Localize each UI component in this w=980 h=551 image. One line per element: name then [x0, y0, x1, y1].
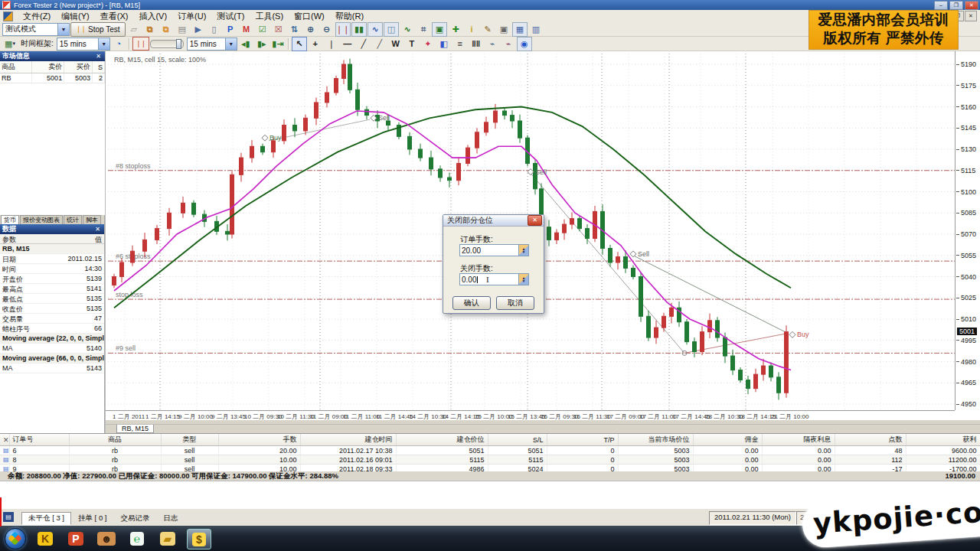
close-icon[interactable]: ✕	[94, 53, 103, 60]
zoom-in-icon[interactable]: ⊕	[303, 22, 318, 37]
menu-item-0[interactable]: 文件(Z)	[18, 10, 56, 23]
bottom-tab-2[interactable]: 交易记录	[113, 512, 156, 525]
last-tool-icon[interactable]: ◉	[517, 37, 532, 51]
menu-item-1[interactable]: 编辑(Y)	[56, 10, 95, 23]
indicator-list-icon[interactable]: ∿	[400, 22, 415, 37]
timezone-icon[interactable]: ◔	[111, 37, 126, 51]
candles-mode-icon[interactable]: ▮▮	[351, 22, 367, 37]
list-icon[interactable]: ≡	[452, 37, 468, 51]
test-mode-select[interactable]: 测试模式 ▼	[2, 23, 70, 36]
orders-col-7[interactable]: S/L	[488, 434, 547, 446]
pencil-icon[interactable]: ✎	[480, 22, 495, 37]
menu-item-2[interactable]: 查看(X)	[95, 10, 134, 23]
app-browser-360[interactable]: ℮	[126, 529, 149, 548]
step-forward-icon[interactable]: ▮▸	[254, 37, 270, 51]
close-lots-spinner[interactable]: ▲▼	[518, 273, 529, 285]
orders-col-13[interactable]: 获利	[906, 434, 980, 446]
levels-icon[interactable]: ⌗	[416, 22, 431, 37]
menu-item-5[interactable]: 测试(T)	[211, 10, 250, 23]
left-tab-3[interactable]: 脚本	[83, 215, 101, 224]
info-icon[interactable]: i	[464, 22, 479, 37]
speed-slider[interactable]	[150, 40, 184, 48]
cursor-icon[interactable]: ↖	[292, 37, 307, 51]
orders-col-8[interactable]: T/P	[547, 434, 618, 446]
table-icon[interactable]: ▥	[528, 22, 544, 37]
menu-item-8[interactable]: 帮助(R)	[330, 10, 369, 23]
new-doc-icon[interactable]: ▯	[207, 22, 222, 37]
maximize-button[interactable]: ❐	[949, 1, 963, 10]
app-powerpoint[interactable]: P	[64, 529, 87, 548]
forward-icon[interactable]: ▶	[191, 22, 206, 37]
market-row[interactable]: RB500150032	[0, 73, 105, 83]
open-chart-icon[interactable]: ▱	[126, 22, 142, 37]
orders-col-12[interactable]: 点数	[835, 434, 906, 446]
ray-icon[interactable]: ╱	[372, 37, 387, 51]
order-lots-spinner[interactable]: ▲▼	[518, 244, 529, 256]
menu-item-4[interactable]: 订单(U)	[172, 10, 211, 23]
orders-col-6[interactable]: 建仓价位	[396, 434, 488, 446]
density-icon[interactable]: ‖‖	[469, 37, 484, 51]
menu-item-6[interactable]: 工具(S)	[250, 10, 289, 23]
order-row[interactable]: ▤8rbsell10.002011.02.16 09:0151155115050…	[0, 455, 980, 465]
new-chart-icon[interactable]: ▦▾	[2, 37, 18, 51]
orders-col-4[interactable]: 手数	[218, 434, 300, 446]
pause-test-button[interactable]: ❘❘	[132, 37, 149, 51]
bottom-tab-3[interactable]: 日志	[156, 512, 185, 525]
minimize-button[interactable]: –	[934, 1, 948, 10]
bottom-tab-1[interactable]: 挂单 [ 0 ]	[71, 512, 113, 525]
orders-col-1[interactable]: 订单号	[9, 434, 69, 446]
app-avatar[interactable]: ☻	[95, 529, 118, 548]
orders-col-11[interactable]: 隔夜利息	[762, 434, 835, 446]
orders-col-9[interactable]: 当前市场价位	[618, 434, 693, 446]
app-folder[interactable]: ▰	[156, 529, 179, 548]
trendline-icon[interactable]: ╱	[356, 37, 371, 51]
copy-icon[interactable]: ⧉	[142, 22, 158, 37]
left-tab-1[interactable]: 报价变动图表	[20, 215, 63, 224]
project-p-icon[interactable]: P	[223, 22, 238, 37]
cancel-button[interactable]: 取消	[496, 296, 534, 310]
slider-thumb[interactable]	[176, 39, 181, 49]
confirm-button[interactable]: 确认	[452, 296, 491, 310]
mdi-close-button[interactable]: ✕	[965, 11, 977, 21]
close-button[interactable]: ✕	[965, 1, 978, 10]
chart-tab[interactable]: RB, M15	[116, 425, 154, 433]
pitchfork-icon[interactable]: ⌁	[485, 37, 500, 51]
channel-icon[interactable]: ⌁	[501, 37, 516, 51]
profile-icon[interactable]: ◫	[384, 22, 399, 37]
vertical-line-icon[interactable]: ❘	[324, 37, 339, 51]
step-size-select[interactable]: 15 mins ▼	[187, 37, 237, 51]
step-back-icon[interactable]: ◂▮	[238, 37, 253, 51]
camera-icon[interactable]: ▣	[496, 22, 511, 37]
crosshair-icon[interactable]: +	[308, 37, 323, 51]
text-icon[interactable]: T	[404, 37, 420, 51]
horizontal-line-icon[interactable]: —	[340, 37, 355, 51]
left-tab-2[interactable]: 统计	[64, 215, 82, 224]
close-icon[interactable]: ✕	[93, 226, 102, 233]
menu-item-7[interactable]: 窗口(W)	[289, 10, 330, 23]
wave-icon[interactable]: W	[388, 37, 403, 51]
order-lots-input[interactable]: 20.00	[459, 244, 519, 256]
add-indicator-icon[interactable]: ✚	[448, 22, 463, 37]
orders-col-2[interactable]: 商品	[69, 434, 161, 446]
copy-chart-icon[interactable]: ▤	[175, 22, 190, 37]
close-icon[interactable]: ✕	[528, 215, 542, 226]
layout-icon[interactable]: ▦	[512, 22, 528, 37]
order-row[interactable]: ▤6rbsell20.002011.02.17 10:3850515051050…	[0, 446, 980, 455]
orders-col-10[interactable]: 佣金	[693, 434, 762, 446]
app-kuaibo[interactable]: K	[34, 529, 57, 548]
sort-icon[interactable]: ⇅	[287, 22, 302, 37]
timeframe-select[interactable]: 15 mins ▼	[57, 37, 110, 51]
line-mode-icon[interactable]: ∿	[368, 22, 383, 37]
left-tab-0[interactable]: 货币	[1, 215, 19, 224]
start-button[interactable]	[5, 528, 26, 549]
auto-step-icon[interactable]: ▮⇥	[270, 37, 286, 51]
panel-icon[interactable]: ▤	[3, 512, 14, 522]
orders-col-3[interactable]: 类型	[161, 434, 218, 446]
stop-test-button[interactable]: ❘❘ Stop Test	[70, 22, 126, 37]
orders-col-5[interactable]: 建仓时间	[300, 434, 396, 446]
bars-mode-icon[interactable]: ❘❘	[335, 22, 351, 37]
dialog-titlebar[interactable]: 关闭部分仓位 ✕	[443, 215, 544, 227]
menu-item-3[interactable]: 插入(V)	[133, 10, 172, 23]
boxed-candle-icon[interactable]: ▣	[432, 22, 447, 37]
zoom-out-icon[interactable]: ⊖	[319, 22, 335, 37]
